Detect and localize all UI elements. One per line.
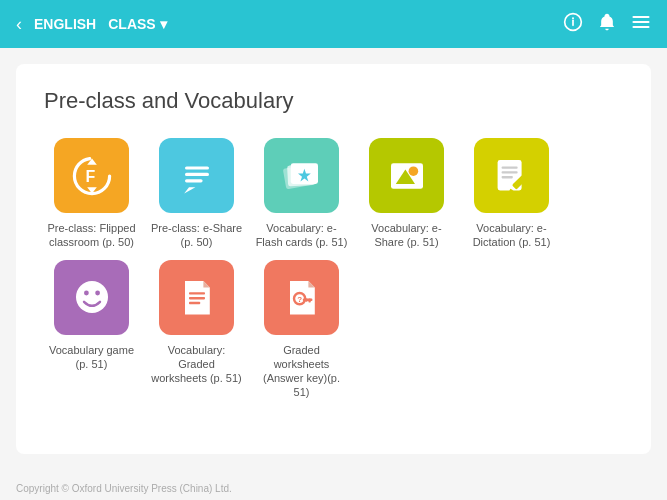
class-label: CLASS: [108, 16, 155, 32]
page-title: Pre-class and Vocabulary: [44, 88, 623, 114]
svg-text:F: F: [85, 168, 95, 185]
class-dropdown[interactable]: CLASS ▾: [108, 16, 166, 32]
svg-rect-13: [185, 179, 203, 182]
svg-point-28: [76, 281, 108, 313]
svg-rect-38: [308, 299, 310, 303]
svg-marker-14: [184, 187, 195, 193]
list-item[interactable]: Vocabulary: Graded worksheets (p. 51): [149, 260, 244, 400]
svg-marker-31: [203, 281, 209, 287]
list-item[interactable]: F Pre-class: Flipped classroom (p. 50): [44, 138, 139, 250]
item-label: Pre-class: Flipped classroom (p. 50): [44, 221, 139, 250]
copyright-text: Copyright © Oxford University Press (Chi…: [16, 483, 232, 494]
svg-point-29: [84, 291, 89, 296]
info-icon[interactable]: [563, 12, 583, 37]
eshare-preclass-icon-wrap: [159, 138, 234, 213]
main-card: Pre-class and Vocabulary F Pre-class: Fl…: [16, 64, 651, 454]
svg-rect-23: [501, 166, 517, 168]
svg-point-30: [95, 291, 100, 296]
item-label: Vocabulary: e-Share (p. 51): [359, 221, 454, 250]
list-item[interactable]: Pre-class: e-Share (p. 50): [149, 138, 244, 250]
list-item[interactable]: Vocabulary: e-Flash cards (p. 51): [254, 138, 349, 250]
item-label: Vocabulary: e-Dictation (p. 51): [464, 221, 559, 250]
eflash-icon-wrap: [264, 138, 339, 213]
item-label: Graded worksheets (Answer key)(p. 51): [254, 343, 349, 400]
answer-key-icon-wrap: ?: [264, 260, 339, 335]
english-label: ENGLISH: [34, 16, 96, 32]
items-grid: F Pre-class: Flipped classroom (p. 50) P…: [44, 138, 623, 400]
vocabgame-icon-wrap: [54, 260, 129, 335]
svg-marker-35: [308, 281, 314, 287]
svg-rect-39: [305, 299, 307, 302]
item-label: Pre-class: e-Share (p. 50): [149, 221, 244, 250]
item-label: Vocabulary: Graded worksheets (p. 51): [149, 343, 244, 386]
notification-icon[interactable]: [597, 12, 617, 37]
list-item[interactable]: Vocabulary: e-Share (p. 51): [359, 138, 454, 250]
graded-icon-wrap: [159, 260, 234, 335]
svg-point-21: [408, 166, 418, 176]
edictation-icon-wrap: [474, 138, 549, 213]
svg-rect-32: [189, 292, 205, 294]
flipped-icon-wrap: F: [54, 138, 129, 213]
svg-point-2: [572, 17, 574, 19]
header-icons: [563, 12, 651, 37]
svg-rect-11: [185, 166, 209, 169]
svg-rect-34: [189, 302, 200, 304]
back-button[interactable]: ‹: [16, 14, 22, 35]
svg-text:?: ?: [297, 295, 302, 304]
list-item[interactable]: Vocabulary game (p. 51): [44, 260, 139, 400]
svg-rect-12: [185, 172, 209, 175]
vocab-eshare-icon-wrap: [369, 138, 444, 213]
app-header: ‹ ENGLISH CLASS ▾: [0, 0, 667, 48]
svg-rect-24: [501, 171, 517, 173]
list-item[interactable]: Vocabulary: e-Dictation (p. 51): [464, 138, 559, 250]
item-label: Vocabulary: e-Flash cards (p. 51): [254, 221, 349, 250]
menu-icon[interactable]: [631, 12, 651, 37]
footer: Copyright © Oxford University Press (Chi…: [16, 483, 232, 494]
svg-rect-33: [189, 297, 205, 299]
svg-rect-25: [501, 176, 512, 178]
dropdown-icon: ▾: [160, 16, 167, 32]
item-label: Vocabulary game (p. 51): [44, 343, 139, 372]
list-item[interactable]: ? Graded worksheets (Answer key)(p. 51): [254, 260, 349, 400]
